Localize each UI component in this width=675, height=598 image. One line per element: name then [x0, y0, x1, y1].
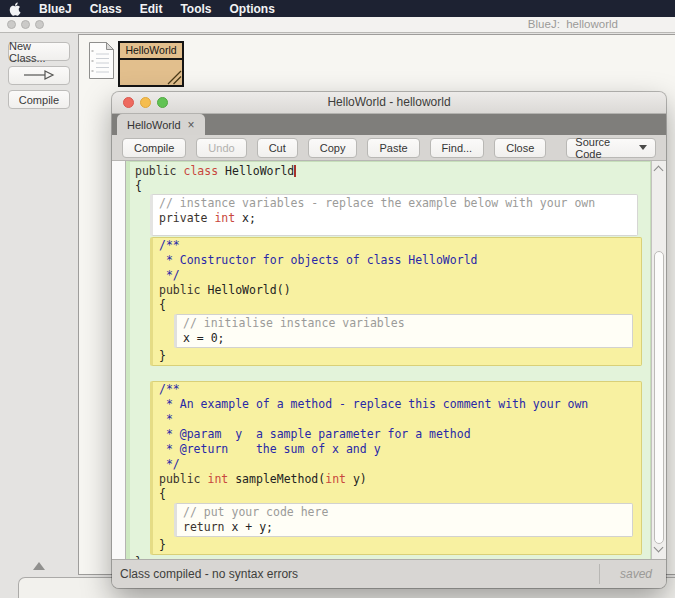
- chevron-down-icon: [639, 145, 647, 150]
- code-line[interactable]: public int sampleMethod(int y): [157, 472, 641, 487]
- scroll-up-icon[interactable]: [654, 166, 664, 176]
- editor-tab-strip: HelloWorld ×: [112, 114, 666, 135]
- copy-button[interactable]: Copy: [308, 138, 358, 158]
- apple-menu-icon[interactable]: [9, 2, 21, 16]
- scrollbar-thumb[interactable]: [654, 251, 664, 544]
- code-line[interactable]: }: [157, 349, 641, 364]
- undo-button[interactable]: Undo: [196, 138, 246, 158]
- code-line[interactable]: */: [157, 268, 641, 283]
- close-window-button[interactable]: [123, 97, 134, 108]
- code-line[interactable]: // instance variables - replace the exam…: [157, 196, 637, 211]
- macos-menu-bar: BlueJ Class Edit Tools Options: [0, 0, 675, 17]
- relation-arrow-button[interactable]: [8, 66, 70, 85]
- code-line[interactable]: /**: [157, 382, 641, 397]
- arrow-right-icon: [22, 69, 56, 83]
- scope-box: // initialise instance variablesx = 0;: [174, 314, 633, 348]
- code-line[interactable]: public class HelloWorld: [133, 164, 650, 179]
- new-class-button[interactable]: New Class...: [8, 42, 70, 61]
- menu-item-bluej[interactable]: BlueJ: [39, 2, 72, 16]
- code-editor[interactable]: public class HelloWorld{// instance vari…: [126, 161, 651, 559]
- zoom-window-button[interactable]: [157, 97, 168, 108]
- breakpoint-gutter[interactable]: [112, 161, 126, 559]
- find-button[interactable]: Find...: [430, 138, 485, 158]
- status-divider: [599, 564, 600, 584]
- code-line[interactable]: * Constructor for objects of class Hello…: [157, 253, 641, 268]
- scroll-down-icon[interactable]: [654, 543, 664, 553]
- status-message: Class compiled - no syntax errors: [120, 567, 298, 581]
- close-window-button[interactable]: [7, 20, 16, 29]
- class-corner-hatch-icon: [165, 68, 182, 85]
- cut-button[interactable]: Cut: [257, 138, 298, 158]
- code-line[interactable]: return x + y;: [181, 520, 632, 535]
- code-line[interactable]: * @param y a sample parameter for a meth…: [157, 427, 641, 442]
- class-box-helloworld[interactable]: HelloWorld: [118, 41, 184, 87]
- editor-toolbar: Compile Undo Cut Copy Paste Find... Clos…: [112, 135, 666, 161]
- tab-helloworld[interactable]: HelloWorld ×: [117, 114, 205, 135]
- code-line[interactable]: */: [157, 457, 641, 472]
- code-line[interactable]: {: [133, 179, 650, 194]
- editor-window: HelloWorld - helloworld HelloWorld × Com…: [112, 92, 666, 588]
- code-line[interactable]: * @return the sum of x and y: [157, 442, 641, 457]
- scope-box: /** * Constructor for objects of class H…: [150, 237, 642, 366]
- minimize-window-button[interactable]: [140, 97, 151, 108]
- zoom-window-button[interactable]: [35, 20, 44, 29]
- code-line[interactable]: {: [157, 487, 641, 502]
- scope-box: // put your code herereturn x + y;: [174, 503, 633, 537]
- menu-item-tools[interactable]: Tools: [180, 2, 211, 16]
- code-line[interactable]: * An example of a method - replace this …: [157, 397, 641, 412]
- view-mode-select[interactable]: Source Code: [566, 138, 656, 158]
- code-area: public class HelloWorld{// instance vari…: [112, 161, 666, 559]
- editor-window-title: HelloWorld - helloworld: [112, 92, 666, 112]
- menu-item-options[interactable]: Options: [230, 2, 275, 16]
- class-scope: public class HelloWorld{// instance vari…: [126, 161, 651, 559]
- main-window-titlebar: BlueJ: helloworld: [0, 17, 675, 33]
- compile-button[interactable]: Compile: [122, 138, 186, 158]
- class-box-name: HelloWorld: [120, 43, 182, 60]
- compile-button-sidebar[interactable]: Compile: [8, 90, 70, 109]
- editor-titlebar: HelloWorld - helloworld: [112, 92, 666, 114]
- tab-close-icon[interactable]: ×: [188, 119, 195, 131]
- expand-triangle-icon[interactable]: [33, 562, 45, 570]
- vertical-scrollbar[interactable]: [651, 161, 666, 559]
- code-line[interactable]: *: [157, 412, 641, 427]
- scope-box: // instance variables - replace the exam…: [150, 194, 638, 236]
- saved-indicator: saved: [620, 567, 652, 581]
- main-window-controls: [7, 20, 44, 29]
- scope-box: /** * An example of a method - replace t…: [150, 381, 642, 555]
- minimize-window-button[interactable]: [21, 20, 30, 29]
- menu-item-class[interactable]: Class: [90, 2, 122, 16]
- code-line[interactable]: /**: [157, 238, 641, 253]
- code-line[interactable]: }: [157, 538, 641, 553]
- readme-note-icon[interactable]: [88, 41, 115, 84]
- main-window-title: BlueJ: helloworld: [528, 18, 618, 30]
- menu-item-edit[interactable]: Edit: [140, 2, 163, 16]
- editor-window-controls: [123, 97, 168, 108]
- code-line[interactable]: {: [157, 298, 641, 313]
- view-mode-label: Source Code: [575, 136, 639, 160]
- code-line[interactable]: public HelloWorld(): [157, 283, 641, 298]
- code-line[interactable]: private int x;: [157, 211, 637, 226]
- code-line[interactable]: // put your code here: [181, 505, 632, 520]
- text-cursor: [294, 165, 296, 177]
- code-line[interactable]: x = 0;: [181, 331, 632, 346]
- code-line[interactable]: // initialise instance variables: [181, 316, 632, 331]
- paste-button[interactable]: Paste: [367, 138, 419, 158]
- editor-status-bar: Class compiled - no syntax errors saved: [112, 559, 666, 588]
- close-button[interactable]: Close: [494, 138, 546, 158]
- code-line[interactable]: [133, 366, 650, 381]
- tab-label: HelloWorld: [127, 119, 181, 131]
